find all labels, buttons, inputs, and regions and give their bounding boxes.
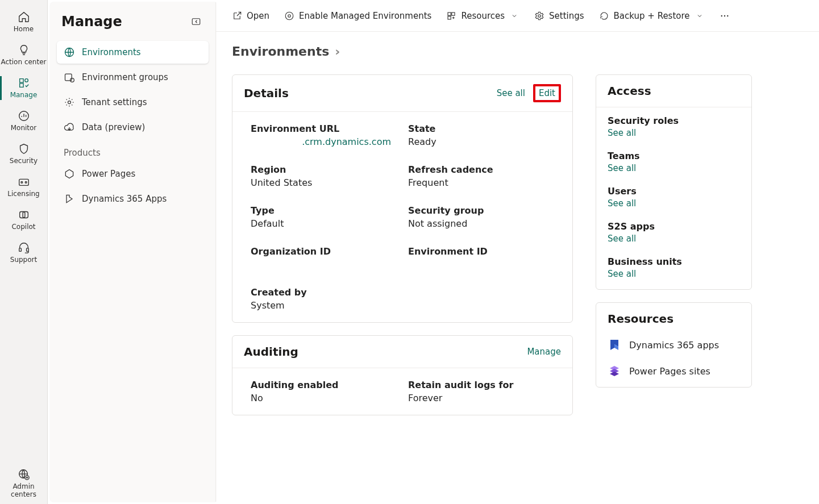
nav-data-preview[interactable]: Data (preview) [57, 116, 209, 139]
nav-environment-groups-label: Environment groups [82, 72, 168, 82]
access-title: Access [608, 84, 651, 98]
rail-action-center-label: Action center [1, 58, 46, 66]
access-users: Users See all [608, 186, 740, 209]
nav-products-header: Products [57, 140, 209, 161]
nav-tenant-settings[interactable]: Tenant settings [57, 91, 209, 114]
svg-rect-18 [448, 13, 451, 15]
chevron-down-icon [695, 11, 705, 21]
auditing-manage[interactable]: Manage [527, 347, 561, 357]
access-card: Access Security roles See all Teams See … [596, 74, 752, 290]
toolbar-backup-restore[interactable]: Backup + Restore [599, 11, 705, 21]
resource-power-pages[interactable]: Power Pages sites [608, 364, 740, 378]
globe-admin-icon [17, 468, 31, 481]
svg-rect-2 [19, 179, 28, 185]
cloud-data-icon [64, 122, 75, 133]
svg-point-17 [288, 14, 291, 17]
shield-icon [17, 142, 31, 156]
created-value: System [251, 300, 402, 311]
details-edit[interactable]: Edit [533, 84, 561, 102]
rail-manage[interactable]: Manage [0, 72, 47, 105]
envid-label: Environment ID [408, 246, 554, 257]
created-label: Created by [251, 287, 402, 298]
svg-rect-5 [19, 212, 24, 218]
rail-action-center[interactable]: Action center [0, 39, 47, 72]
rail-copilot[interactable]: Copilot [0, 203, 47, 236]
home-icon [17, 10, 31, 24]
nav-power-pages-label: Power Pages [82, 169, 135, 179]
rail-manage-label: Manage [10, 91, 38, 99]
auditing-retain-value: Forever [408, 393, 554, 403]
access-security-roles: Security roles See all [608, 115, 740, 138]
gear-icon [64, 97, 75, 108]
headset-icon [17, 241, 31, 255]
rail-copilot-label: Copilot [11, 223, 35, 231]
breadcrumb: Environments › [216, 32, 819, 63]
auditing-retain-label: Retain audit logs for [408, 380, 554, 390]
auditing-enabled-value: No [251, 393, 397, 403]
details-title: Details [244, 86, 289, 100]
details-card: Details See all Edit Environment URL .cr… [232, 74, 573, 323]
access-business-units-see-all[interactable]: See all [608, 269, 636, 279]
bulb-icon [17, 43, 31, 57]
collapse-nav-button[interactable] [188, 14, 204, 30]
rail-monitor-label: Monitor [11, 124, 37, 132]
toolbar-open[interactable]: Open [232, 11, 269, 21]
rail-monitor[interactable]: Monitor [0, 105, 47, 138]
power-pages-icon [64, 168, 75, 180]
svg-rect-6 [23, 212, 28, 218]
rail-support[interactable]: Support [0, 236, 47, 269]
more-icon [720, 11, 730, 21]
toolbar-settings[interactable]: Settings [534, 11, 584, 21]
access-teams: Teams See all [608, 151, 740, 173]
rail-support-label: Support [10, 256, 37, 264]
nav-d365-apps[interactable]: Dynamics 365 Apps [57, 188, 209, 210]
access-s2s: S2S apps See all [608, 221, 740, 244]
envid-value [408, 259, 554, 270]
managed-icon [284, 11, 294, 21]
rail-security[interactable]: Security [0, 138, 47, 170]
breadcrumb-environments[interactable]: Environments [232, 44, 329, 59]
orgid-label: Organization ID [251, 246, 397, 257]
toolbar-enable-managed[interactable]: Enable Managed Environments [284, 11, 431, 21]
secgroup-value: Not assigned [408, 218, 554, 229]
access-security-roles-see-all[interactable]: See all [608, 128, 636, 138]
d365-icon [64, 193, 75, 205]
orgid-value [251, 259, 397, 270]
nav-environments[interactable]: Environments [57, 41, 209, 64]
nav-tenant-settings-label: Tenant settings [82, 97, 147, 107]
auditing-title: Auditing [244, 345, 298, 359]
toolbar-resources[interactable]: Resources [446, 11, 519, 21]
nav-environment-groups[interactable]: Environment groups [57, 66, 209, 89]
resource-d365-apps[interactable]: Dynamics 365 apps [608, 338, 740, 352]
rail-home-label: Home [14, 25, 34, 33]
refresh-value: Frequent [408, 177, 554, 188]
rail-licensing[interactable]: Licensing [0, 170, 47, 203]
copilot-icon [17, 208, 31, 222]
svg-rect-20 [448, 16, 451, 19]
region-value: United States [251, 177, 397, 188]
svg-point-23 [724, 15, 725, 16]
rail-admin-centers[interactable]: Admin centers [0, 463, 47, 504]
nav-power-pages[interactable]: Power Pages [57, 163, 209, 185]
nav-manage-panel: Manage Environments Environment groups T… [50, 2, 216, 502]
toolbar-more[interactable] [720, 11, 730, 21]
env-url-value[interactable]: .crm.dynamics.com [251, 136, 397, 147]
left-rail: Home Action center Manage Monitor Securi… [0, 0, 48, 504]
secgroup-label: Security group [408, 205, 554, 216]
access-teams-see-all[interactable]: See all [608, 163, 636, 173]
rail-home[interactable]: Home [0, 6, 47, 39]
access-s2s-see-all[interactable]: See all [608, 234, 636, 244]
globe-icon [64, 47, 75, 58]
svg-rect-8 [26, 248, 28, 252]
svg-point-0 [24, 79, 28, 82]
access-users-see-all[interactable]: See all [608, 198, 636, 209]
rail-admin-centers-label: Admin centers [0, 482, 47, 498]
state-value: Ready [408, 136, 554, 147]
env-url-label: Environment URL [251, 123, 397, 134]
type-value: Default [251, 218, 397, 229]
rail-licensing-label: Licensing [7, 190, 39, 198]
type-label: Type [251, 205, 397, 216]
details-see-all[interactable]: See all [497, 88, 525, 98]
open-icon [232, 11, 242, 21]
auditing-enabled-label: Auditing enabled [251, 380, 397, 390]
